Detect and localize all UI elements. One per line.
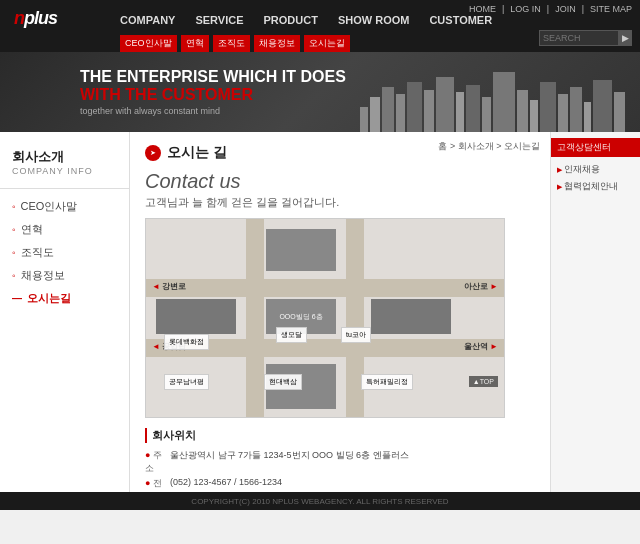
right-panel-item-1[interactable]: 협력업체안내	[551, 178, 640, 195]
breadcrumb: 홈 > 회사소개 > 오시는길	[438, 140, 540, 153]
top-nav-join[interactable]: JOIN	[555, 4, 576, 14]
sub-nav: CEO인사말 연혁 조직도 채용정보 오시는길	[120, 35, 350, 52]
svg-rect-17	[593, 80, 612, 132]
search-button[interactable]: ▶	[619, 30, 632, 46]
sidebar-item-org[interactable]: 조직도	[0, 241, 129, 264]
road-h1	[146, 279, 504, 297]
footer: COPYRIGHT(C) 2010 NPLUS WEBAGENCY. ALL R…	[0, 492, 640, 510]
top-nav-login[interactable]: LOG IN	[510, 4, 541, 14]
sidebar-section-title: 회사소개 COMPANY INFO	[0, 142, 129, 182]
label-asan: 아산로 ►	[464, 281, 498, 292]
scroll-top-button[interactable]: ▲TOP	[469, 376, 498, 387]
building-right	[371, 299, 451, 334]
search-box: ▶	[539, 30, 632, 46]
sidebar-item-history[interactable]: 연혁	[0, 218, 129, 241]
logo[interactable]: nplus	[14, 8, 57, 29]
svg-rect-1	[370, 97, 380, 132]
contact-header: Contact us 고객님과 늘 함께 걷은 길을 걸어갑니다.	[145, 170, 535, 210]
right-panel-menu: 인재채용 협력업체안내	[551, 161, 640, 195]
hero-title: THE ENTERPRISE which it does	[80, 68, 346, 86]
svg-rect-16	[584, 102, 591, 132]
hero-banner: THE ENTERPRISE which it does with the cu…	[0, 52, 640, 132]
address-row-1: ●전 화 (052) 123-4567 / 1566-1234	[145, 476, 415, 492]
top-nav-sitemap[interactable]: SITE MAP	[590, 4, 632, 14]
svg-rect-9	[482, 97, 491, 132]
label-hyundai: 현대백삼	[264, 374, 302, 390]
svg-rect-8	[466, 85, 480, 132]
address-label-0: ●주 소	[145, 448, 170, 476]
main-content: 회사소개 COMPANY INFO CEO인사말 연혁 조직도 채용정보 오시는…	[0, 132, 640, 492]
svg-rect-5	[424, 90, 434, 132]
right-panel-header: 고객상담센터	[551, 138, 640, 157]
search-input[interactable]	[539, 30, 619, 46]
svg-rect-18	[614, 92, 625, 132]
nav-customer[interactable]: CUSTOMER	[429, 14, 492, 26]
label-gumnam: 공무남녀평	[164, 374, 209, 390]
subnav-history[interactable]: 연혁	[181, 35, 209, 52]
address-title: 회사위치	[145, 428, 535, 443]
hero-text: THE ENTERPRISE which it does with the cu…	[80, 68, 346, 116]
nav-service[interactable]: SERVICE	[195, 14, 243, 26]
nav-company[interactable]: COMPANY	[120, 14, 175, 26]
sidebar-menu: CEO인사말 연혁 조직도 채용정보 오시는길	[0, 195, 129, 310]
hero-tagline: together with always constant mind	[80, 106, 220, 116]
label-saengmo: 생모달	[276, 327, 307, 343]
address-table: ●주 소 울산광역시 남구 7가들 1234-5번지 OOO 빌딩 6층 엔플러…	[145, 448, 415, 492]
page-title-icon	[145, 145, 161, 161]
address-label-1: ●전 화	[145, 476, 170, 492]
sidebar-item-location[interactable]: 오시는길	[0, 287, 129, 310]
svg-rect-3	[396, 94, 405, 132]
svg-rect-2	[382, 87, 394, 132]
page-title: 오시는 길	[167, 144, 227, 162]
label-gangbyeon: ◄ 강변로	[152, 281, 186, 292]
top-nav-home[interactable]: HOME	[469, 4, 496, 14]
svg-rect-7	[456, 92, 464, 132]
label-patent: 특허패밀리정	[361, 374, 413, 390]
svg-rect-0	[360, 107, 368, 132]
subnav-location[interactable]: 오시는길	[304, 35, 350, 52]
footer-text: COPYRIGHT(C) 2010 NPLUS WEBAGENCY. ALL R…	[191, 497, 448, 506]
company-address: 회사위치 ●주 소 울산광역시 남구 7가들 1234-5번지 OOO 빌딩 6…	[145, 428, 535, 492]
contact-subtext: 고객님과 늘 함께 걷은 길을 걸어갑니다.	[145, 195, 535, 210]
label-lotte: 롯데백화점	[164, 334, 209, 350]
sidebar-item-recruit[interactable]: 채용정보	[0, 264, 129, 287]
nav-showroom[interactable]: SHOW ROOM	[338, 14, 410, 26]
building-top	[266, 229, 336, 271]
svg-rect-13	[540, 82, 556, 132]
sidebar: 회사소개 COMPANY INFO CEO인사말 연혁 조직도 채용정보 오시는…	[0, 132, 130, 492]
label-ulsan: 울산역 ►	[464, 341, 498, 352]
main-nav: COMPANY SERVICE PRODUCT SHOW ROOM CUSTOM…	[120, 14, 492, 26]
sidebar-item-ceo[interactable]: CEO인사말	[0, 195, 129, 218]
city-silhouette	[340, 52, 640, 132]
nav-product[interactable]: PRODUCT	[264, 14, 318, 26]
top-nav: HOME | LOG IN | JOIN | SITE MAP	[469, 4, 632, 14]
svg-rect-12	[530, 100, 538, 132]
sidebar-title: 회사소개	[12, 148, 117, 166]
address-value-1: (052) 123-4567 / 1566-1234	[170, 476, 415, 492]
svg-rect-4	[407, 82, 422, 132]
label-tuco: tu코아	[341, 327, 371, 343]
subnav-ceo[interactable]: CEO인사말	[120, 35, 177, 52]
content-area: 홈 > 회사소개 > 오시는길 오시는 길 Contact us 고객님과 늘 …	[130, 132, 550, 492]
top-nav-sep2: |	[547, 4, 549, 14]
hero-subtitle: with the customer	[80, 86, 346, 104]
header: HOME | LOG IN | JOIN | SITE MAP nplus CO…	[0, 0, 640, 52]
top-nav-sep3: |	[582, 4, 584, 14]
road-v1	[246, 219, 264, 417]
contact-heading: Contact us	[145, 170, 535, 193]
svg-rect-15	[570, 87, 582, 132]
address-row-0: ●주 소 울산광역시 남구 7가들 1234-5번지 OOO 빌딩 6층 엔플러…	[145, 448, 415, 476]
subnav-recruit[interactable]: 채용정보	[254, 35, 300, 52]
svg-rect-11	[517, 90, 528, 132]
svg-rect-6	[436, 77, 454, 132]
subnav-org[interactable]: 조직도	[213, 35, 250, 52]
right-panel-item-0[interactable]: 인재채용	[551, 161, 640, 178]
svg-rect-10	[493, 72, 515, 132]
top-nav-sep1: |	[502, 4, 504, 14]
right-panel: 고객상담센터 인재채용 협력업체안내	[550, 132, 640, 492]
building-left	[156, 299, 236, 334]
sidebar-divider	[0, 188, 129, 189]
address-value-0: 울산광역시 남구 7가들 1234-5번지 OOO 빌딩 6층 엔플러스	[170, 448, 415, 476]
svg-rect-14	[558, 94, 568, 132]
sidebar-subtitle: COMPANY INFO	[12, 166, 117, 176]
